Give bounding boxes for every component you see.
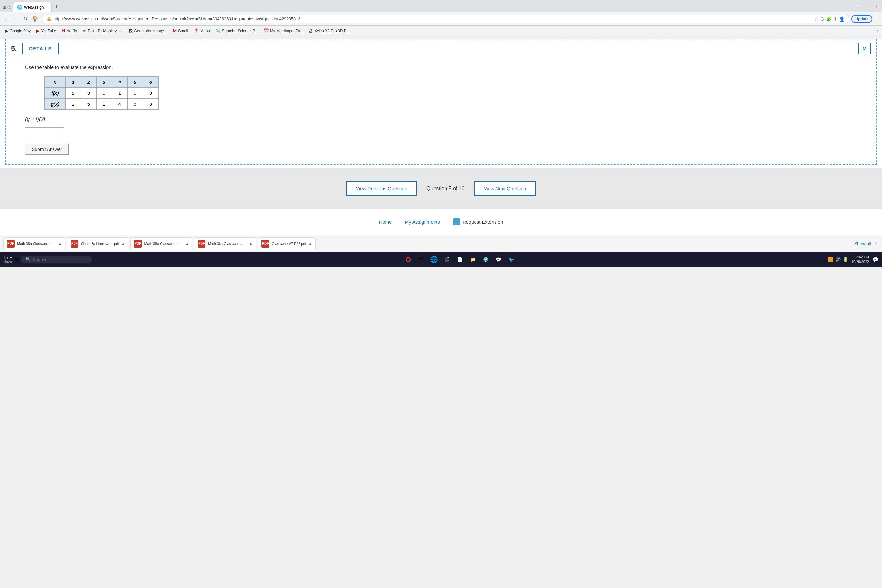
taskbar-discord-icon[interactable]: 💬	[493, 254, 504, 265]
table-header-x: x	[45, 77, 66, 88]
table-fx-4: 1	[112, 88, 128, 99]
maximize-btn[interactable]: □	[865, 4, 871, 10]
table-header-2: 2	[81, 77, 96, 88]
download-name-2: Chem 3a Homewo....pdf	[81, 242, 119, 246]
taskbar-search-input[interactable]	[33, 257, 84, 262]
active-tab[interactable]: 🌐 WebAssign ×	[13, 2, 52, 12]
chevron-down-icon-5[interactable]: ▲	[309, 242, 312, 245]
download-name-4: Math 38a Classwor....pdf	[208, 242, 247, 246]
bookmark-generated[interactable]: 🖼 Generated Image...	[127, 28, 169, 34]
view-next-question-button[interactable]: View Next Question	[474, 181, 536, 196]
google-play-icon: ▶	[5, 28, 8, 33]
back-icon[interactable]: ◁	[8, 4, 11, 10]
table-row-gx: g(x) 2 5 1 4 6 3	[45, 99, 159, 110]
address-bar[interactable]: 🔒 https://www.webassign.net/web/Student/…	[42, 15, 849, 23]
home-nav-btn[interactable]: 🏠	[31, 15, 40, 22]
bookmark-meetings[interactable]: 📅 My Meetings - Zo...	[262, 28, 305, 34]
extension-icon[interactable]: G	[820, 16, 824, 22]
bookmark-label: YouTube	[41, 29, 56, 33]
tab-close-btn[interactable]: ×	[45, 6, 47, 9]
bookmark-picmonkey[interactable]: ✏ Edit - PicMonkey's...	[81, 28, 124, 34]
table-gx-4: 4	[112, 99, 128, 110]
details-button[interactable]: DETAILS	[22, 42, 58, 54]
table-fx-2: 3	[81, 88, 96, 99]
refresh-btn[interactable]: ↻	[22, 15, 29, 22]
gmail-icon: M	[173, 28, 177, 33]
tab-title: WebAssign	[24, 5, 44, 10]
taskbar-task-view-icon[interactable]: 🗖	[416, 254, 426, 265]
table-fx-3: 5	[96, 88, 112, 99]
minimize-btn[interactable]: ─	[857, 4, 862, 10]
expression: (g ∘ f)(2)	[25, 116, 867, 122]
network-icon[interactable]: 📶	[828, 257, 833, 262]
download-indicator[interactable]: ⬇	[833, 16, 837, 22]
volume-icon[interactable]: 🔊	[835, 257, 841, 262]
answer-input[interactable]	[25, 128, 64, 137]
user-icon[interactable]: 👤	[839, 16, 844, 22]
function-table: x 1 2 3 4 5 6 f(x) 2 3 5 1	[45, 76, 159, 110]
view-previous-question-button[interactable]: View Previous Question	[346, 181, 417, 196]
table-header-5: 5	[128, 77, 143, 88]
chevron-down-icon-2[interactable]: ▲	[122, 242, 125, 245]
battery-icon[interactable]: 🔋	[843, 257, 848, 262]
browser-chrome: ⊞ ◁ 🌐 WebAssign × + ─ □ × ← → ↻ 🏠 🔒 http…	[0, 0, 882, 36]
close-btn[interactable]: ×	[874, 4, 879, 10]
chevron-down-icon-3[interactable]: ▲	[185, 242, 189, 245]
download-item-3[interactable]: PDF Math 38a Classwor....pdf ▲	[130, 237, 192, 250]
chevron-down-icon-1[interactable]: ▲	[58, 242, 62, 245]
taskbar-browser2-icon[interactable]: 🌍	[480, 254, 490, 265]
generated-icon: 🖼	[129, 28, 133, 33]
taskbar-cortana-icon[interactable]: ⭕	[403, 254, 413, 265]
star-icon[interactable]: ☆	[814, 16, 819, 22]
header-right-btn[interactable]: M	[858, 42, 872, 54]
bookmark-google-play[interactable]: ▶ Google Play	[3, 28, 33, 34]
tab-bar: ⊞ ◁ 🌐 WebAssign × + ─ □ ×	[0, 0, 882, 12]
picmonkey-icon: ✏	[83, 28, 86, 33]
bookmark-gmail[interactable]: M Gmail	[171, 28, 190, 34]
taskbar-video-icon[interactable]: 🎬	[442, 254, 452, 265]
request-extension-btn[interactable]: + Request Extension	[453, 218, 503, 225]
question-header: 5. DETAILS M	[6, 39, 876, 58]
taskbar-chrome-icon[interactable]: 🌐	[429, 254, 439, 265]
forward-btn[interactable]: →	[12, 15, 20, 22]
update-button[interactable]: Update	[851, 15, 872, 23]
download-item-5[interactable]: PDF Classwork #7 F22.pdf ▲	[258, 237, 315, 250]
download-item-2[interactable]: PDF Chem 3a Homewo....pdf ▲	[67, 237, 129, 250]
system-clock[interactable]: 12:42 PM 10/29/2022	[851, 255, 869, 265]
taskbar-app-icon[interactable]: 🐦	[506, 254, 516, 265]
taskbar-center-apps: ⭕ 🗖 🌐 🎬 📄 📁 🌍 💬 🐦	[94, 254, 825, 265]
taskbar-search[interactable]: 🔍	[21, 256, 92, 263]
table-header-3: 3	[96, 77, 112, 88]
table-fx-1: 2	[66, 88, 81, 99]
bookmark-label: Maps	[200, 29, 210, 33]
show-all-button[interactable]: Show all	[854, 241, 872, 246]
tabs-icon[interactable]: ⊞	[3, 4, 6, 10]
windows-start-btn[interactable]: ⊞	[14, 256, 19, 263]
notification-icon[interactable]: 💬	[872, 256, 879, 263]
submit-answer-button[interactable]: Submit Answer	[25, 144, 69, 155]
bookmark-science[interactable]: 🔍 Search - Science P...	[214, 28, 260, 34]
bookmarks-more-btn[interactable]: ›	[877, 28, 879, 34]
bookmark-xvico[interactable]: 🖨 Xvico X3 Pro 3D P...	[307, 28, 351, 34]
bookmark-netflix[interactable]: N Netflix	[60, 28, 79, 34]
bookmark-maps[interactable]: 📍 Maps	[192, 28, 212, 34]
taskbar-office-icon[interactable]: 📄	[454, 254, 465, 265]
bookmark-label: Google Play	[10, 29, 31, 33]
table-gx-5: 6	[128, 99, 143, 110]
bookmark-youtube[interactable]: ▶ YouTube	[34, 28, 58, 34]
downloads-bar-close[interactable]: ×	[873, 241, 879, 247]
weather-widget[interactable]: 55°F Haze	[3, 255, 12, 264]
home-link[interactable]: Home	[379, 219, 392, 225]
taskbar-files-icon[interactable]: 📁	[467, 254, 478, 265]
table-row-fx: f(x) 2 3 5 1 6 3	[45, 88, 159, 99]
tab-add-btn[interactable]: +	[52, 4, 61, 10]
downloads-bar: PDF Math 38a Classwor....pdf ▲ PDF Chem …	[0, 235, 882, 252]
more-menu-icon[interactable]: ⋮	[874, 16, 879, 22]
download-item-1[interactable]: PDF Math 38a Classwor....pdf ▲	[3, 237, 65, 250]
back-btn[interactable]: ←	[3, 15, 10, 22]
my-assignments-link[interactable]: My Assignments	[405, 219, 440, 225]
download-item-4[interactable]: PDF Math 38a Classwor....pdf ▲	[194, 237, 256, 250]
chevron-down-icon-4[interactable]: ▲	[249, 242, 252, 245]
table-gx-2: 5	[81, 99, 96, 110]
puzzle-icon[interactable]: 🧩	[826, 16, 831, 22]
